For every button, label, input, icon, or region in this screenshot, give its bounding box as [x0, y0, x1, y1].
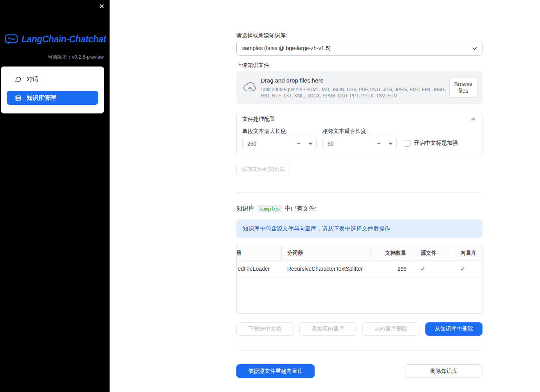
- column-header-vector-store[interactable]: 向量库: [453, 245, 482, 261]
- overlap-length-input-group: − +: [322, 137, 397, 150]
- kb-select-label: 请选择或新建知识库:: [236, 32, 287, 39]
- zh-title-enhance-label: 开启中文标题加强: [414, 140, 458, 147]
- logo-text: LangChain-Chatchat: [22, 34, 106, 45]
- existing-suffix: 中已有文件:: [284, 205, 317, 213]
- delete-knowledge-base-button[interactable]: 删除知识库: [405, 364, 482, 378]
- table-header-row: 文档加载器 分词器 文档数量 源文件 向量库: [237, 245, 482, 261]
- increment-button[interactable]: +: [304, 137, 316, 150]
- drag-drop-text: Drag and drop files here: [261, 77, 448, 84]
- chevron-up-icon: [470, 116, 477, 123]
- app-logo: LangChain-Chatchat: [5, 34, 106, 45]
- sidebar-menu: 对话 知识库管理: [1, 67, 104, 113]
- dropzone-text: Drag and drop files here Limit 200MB per…: [261, 77, 448, 99]
- rebuild-vector-store-button[interactable]: 依据源文件重建向量库: [236, 364, 315, 378]
- cell-loader: UnstructuredFileLoader: [237, 261, 282, 277]
- expander-header[interactable]: 文件处理配置: [237, 112, 482, 126]
- files-table: 文档加载器 分词器 文档数量 源文件 向量库 UnstructuredFileL…: [236, 245, 482, 314]
- zh-title-enhance-checkbox[interactable]: [404, 140, 410, 147]
- file-limit-text: Limit 200MB per file • HTML, MD, JSON, C…: [261, 86, 448, 99]
- column-header-splitter[interactable]: 分词器: [282, 245, 371, 261]
- file-actions-row: 下载选中文档 添加至向量库 从向量库删除 从知识库中删除: [236, 322, 482, 336]
- column-header-doc-count[interactable]: 文档数量: [371, 245, 412, 261]
- decrement-button[interactable]: −: [293, 137, 304, 150]
- sidebar-item-dialogue[interactable]: 对话: [7, 72, 98, 86]
- overlap-length-label: 相邻文本重合长度:: [322, 128, 368, 135]
- cell-vector-store-check: ✓: [453, 261, 482, 277]
- close-sidebar-icon[interactable]: ✕: [99, 2, 104, 11]
- cloud-upload-icon: [243, 81, 257, 94]
- knowledge-base-select[interactable]: samples (faiss @ bge-large-zh-v1.5): [236, 41, 482, 56]
- main-content: 请选择或新建知识库: samples (faiss @ bge-large-zh…: [236, 0, 482, 392]
- download-selected-button[interactable]: 下载选中文档: [236, 322, 293, 336]
- expander-title: 文件处理配置: [242, 116, 275, 123]
- delete-from-kb-button[interactable]: 从知识库中删除: [425, 322, 482, 336]
- max-length-input-group: − +: [242, 137, 317, 150]
- max-length-label: 单段文本最大长度:: [242, 128, 288, 135]
- column-header-source-file[interactable]: 源文件: [412, 245, 453, 261]
- chat-icon: [15, 76, 22, 83]
- increment-button[interactable]: +: [385, 137, 396, 150]
- upload-label: 上传知识文件:: [236, 62, 271, 69]
- cell-doc-count: 299: [371, 261, 412, 277]
- cell-splitter: RecursiveCharacterTextSplitter: [282, 261, 371, 277]
- cell-source-file-check: ✓: [412, 261, 453, 277]
- sidebar-item-label: 知识库管理: [27, 94, 56, 102]
- column-header-loader[interactable]: 文档加载器: [237, 245, 282, 261]
- sidebar-item-knowledge-base[interactable]: 知识库管理: [7, 91, 98, 105]
- kb-name-code: samples: [257, 205, 282, 212]
- divider: [236, 192, 482, 192]
- sidebar-item-label: 对话: [27, 76, 38, 83]
- file-config-expander: 文件处理配置 单段文本最大长度: − + 相邻文本重合长度: − + 开启中文标…: [236, 112, 482, 156]
- sidebar: ✕ LangChain-Chatchat 当前版本：v0.2.6-preview…: [0, 0, 110, 392]
- add-to-vector-store-button[interactable]: 添加至向量库: [299, 322, 356, 336]
- chat-bubble-logo-icon: [5, 34, 18, 45]
- divider: [236, 351, 482, 351]
- table-row[interactable]: UnstructuredFileLoader RecursiveCharacte…: [237, 261, 482, 277]
- existing-prefix: 知识库: [236, 205, 255, 213]
- overlap-length-input[interactable]: [323, 137, 373, 150]
- decrement-button[interactable]: −: [373, 137, 385, 150]
- file-dropzone[interactable]: Drag and drop files here Limit 200MB per…: [236, 71, 482, 104]
- max-length-input[interactable]: [243, 137, 293, 150]
- chevron-down-icon: [471, 45, 479, 52]
- delete-from-vector-store-button[interactable]: 从向量库删除: [362, 322, 419, 336]
- zh-title-enhance-row: 开启中文标题加强: [404, 140, 458, 147]
- database-stack-icon: [15, 95, 22, 101]
- selected-knowledge-base: samples (faiss @ bge-large-zh-v1.5): [237, 41, 482, 55]
- existing-files-heading: 知识库 samples 中已有文件:: [236, 205, 317, 213]
- info-banner: 知识库中包含源文件与向量库，请从下表中选择文件后操作: [236, 219, 482, 238]
- version-text: 当前版本：v0.2.6-preview: [47, 54, 104, 61]
- browse-files-button[interactable]: Browse files: [449, 77, 477, 98]
- add-files-to-kb-button[interactable]: 添加文件到知识库: [236, 163, 290, 176]
